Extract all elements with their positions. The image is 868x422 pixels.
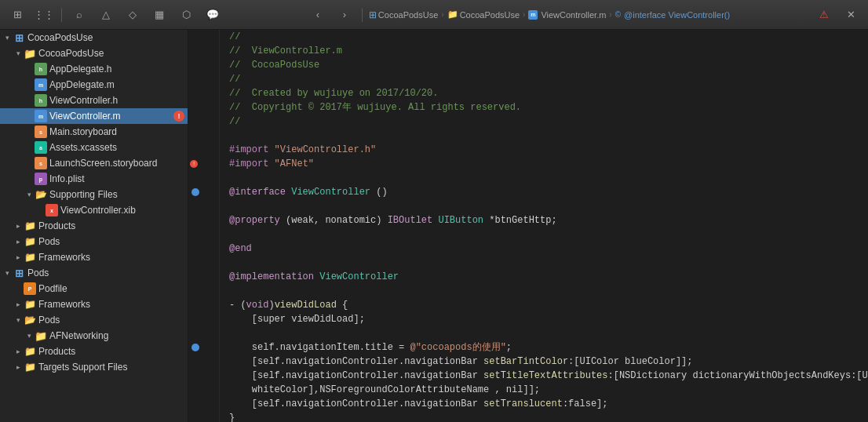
viewcontroller-h-label: ViewController.h [49,95,118,106]
code-text [220,256,868,270]
appdelegate-h-label: AppDelegate.h [49,64,111,75]
sidebar-item-frameworks2[interactable]: 📁 Frameworks [0,296,188,312]
supporting-files-label: Supporting Files [49,189,118,200]
code-line: @property (weak, nonatomic) IBOutlet UIB… [188,213,868,227]
warning-button[interactable]: △ [95,6,117,24]
disclosure-frameworks2[interactable] [13,299,24,310]
tag-button[interactable]: ⬡ [175,6,197,24]
breadcrumb-project[interactable]: CocoaPodsUse [378,10,438,20]
code-line: // CocoaPodsUse [188,58,868,72]
nav-back-button[interactable]: ‹ [307,6,329,24]
line-gutter-bp [188,185,220,199]
sidebar-item-targets-support[interactable]: 📁 Targets Support Files [0,359,188,375]
sidebar-item-appdelegate-m[interactable]: m AppDelegate.m [0,77,188,93]
targets-support-label: Targets Support Files [38,362,127,373]
sidebar-item-products2[interactable]: 📁 Products [0,344,188,359]
code-text: - (void)viewDidLoad { [220,298,868,312]
list-view-button[interactable]: ⋮⋮ [33,6,55,24]
code-text: [self.navigationController.navigationBar… [220,397,868,411]
sidebar-item-supporting-files[interactable]: 📂 Supporting Files [0,187,188,202]
line-gutter [188,213,220,227]
comment-button[interactable]: 💬 [202,6,224,24]
disclosure-root[interactable] [2,32,13,43]
sidebar-item-viewcontroller-h[interactable]: h ViewController.h [0,93,188,108]
close-nav-button[interactable]: ✕ [840,6,862,24]
sidebar-item-root[interactable]: ⊞ CocoaPodsUse [0,30,188,45]
xcassets-icon: a [35,141,47,154]
disclosure-frameworks1[interactable] [13,252,24,263]
sidebar-item-viewcontroller-m[interactable]: m ViewController.m ! [0,108,188,124]
breadcrumb-group[interactable]: CocoaPodsUse [460,10,520,20]
code-text: // ViewController.m [220,44,868,58]
grid2-button[interactable]: ▦ [148,6,170,24]
pods-root-label: Pods [27,267,49,278]
afnetworking-label: AFNetworking [49,330,108,341]
line-gutter [188,369,220,383]
search-button[interactable]: ⌕ [68,6,90,24]
editor[interactable]: // // ViewController.m // CocoaPodsUse /… [188,30,868,422]
disclosure-afnetworking[interactable] [24,330,35,341]
code-text: #import "AFNet" [220,157,868,171]
toolbar-separator-2 [362,8,363,22]
sidebar-item-products1[interactable]: 📁 Products [0,218,188,234]
pods3-label: Pods [38,315,60,326]
sidebar-item-pods-root[interactable]: ⊞ Pods [0,265,188,281]
toolbar-separator-1 [61,8,62,22]
sidebar-item-podfile[interactable]: P Podfile [0,281,188,296]
line-gutter [188,242,220,256]
sidebar-item-afnetworking[interactable]: 📁 AFNetworking [0,328,188,344]
disclosure-products2[interactable] [13,346,24,357]
sidebar-item-group1[interactable]: 📁 CocoaPodsUse [0,45,188,61]
code-text [220,199,868,213]
sidebar-item-launchscreen[interactable]: s LaunchScreen.storyboard [0,155,188,171]
code-line-bp2: self.navigationItem.title = @"cocoapods的… [188,340,868,355]
breadcrumb-file[interactable]: ViewController.m [541,10,606,20]
sidebar-item-viewcontroller-xib[interactable]: x ViewController.xib [0,202,188,218]
sidebar-item-appdelegate-h[interactable]: h AppDelegate.h [0,61,188,77]
line-gutter [188,58,220,72]
code-text: // [220,72,868,86]
sidebar-item-pods3[interactable]: 📂 Pods [0,312,188,328]
code-line: // [188,115,868,129]
nav-forward-button[interactable]: › [334,6,356,24]
m-file-icon-1: m [35,78,47,91]
error-nav-button[interactable]: ⚠ [813,6,835,24]
line-gutter [188,115,220,129]
disclosure-group1[interactable] [13,48,24,59]
line-gutter [188,44,220,58]
root-label: CocoaPodsUse [27,32,93,43]
disclosure-empty-3 [24,95,35,106]
disclosure-products1[interactable] [13,220,24,231]
disclosure-supporting[interactable] [24,189,35,200]
sidebar-item-assets[interactable]: a Assets.xcassets [0,140,188,155]
code-text [220,227,868,242]
disclosure-targets[interactable] [13,362,24,373]
breadcrumb-sep-1: › [441,10,443,19]
sidebar-item-info-plist[interactable]: p Info.plist [0,171,188,187]
line-gutter [188,256,220,270]
code-line [188,326,868,340]
main-storyboard-label: Main.storyboard [49,126,117,137]
code-text [220,171,868,185]
breakpoint-dot [191,188,199,196]
sidebar-item-pods1[interactable]: 📁 Pods [0,234,188,249]
line-gutter [188,129,220,143]
podfile-icon: P [24,282,36,295]
code-line: // Created by wujiuye on 2017/10/20. [188,86,868,100]
grid-view-button[interactable]: ⊞ [6,6,28,24]
line-gutter [188,284,220,298]
breadcrumb-interface[interactable]: @interface ViewController() [624,10,730,20]
bookmark-button[interactable]: ◇ [122,6,144,24]
disclosure-pods-root[interactable] [2,267,13,278]
disclosure-pods1[interactable] [13,236,24,247]
disclosure-empty-6 [24,142,35,153]
code-text: #import "ViewController.h" [220,143,868,157]
code-text: [self.navigationController.navigationBar… [220,355,868,369]
toolbar-grid-icon: ⊞ [369,9,377,20]
disclosure-pods3[interactable] [13,315,24,326]
folder-blue-icon-5: 📁 [24,298,36,311]
pods-project-icon: ⊞ [13,267,25,279]
line-gutter [188,227,220,242]
sidebar-item-main-storyboard[interactable]: s Main.storyboard [0,124,188,140]
sidebar-item-frameworks1[interactable]: 📁 Frameworks [0,249,188,265]
